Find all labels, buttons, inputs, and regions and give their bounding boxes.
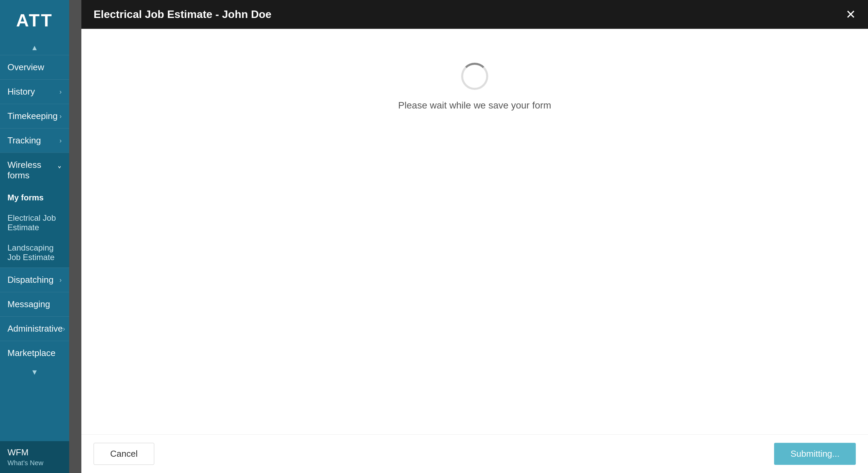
modal-footer: Cancel Submitting... [81,434,868,473]
sidebar: ATT ▲ Overview History › Timekeeping › T… [0,0,69,473]
chevron-right-icon: › [59,137,62,144]
sidebar-item-dispatching[interactable]: Dispatching › [0,268,69,292]
sidebar-item-history[interactable]: History › [0,79,69,104]
app-logo: ATT [0,0,69,41]
chevron-right-icon: › [59,88,62,96]
whats-new-label: What's New [7,459,62,467]
sidebar-item-label: History [7,86,35,97]
modal-header: Electrical Job Estimate - John Doe ✕ [81,0,868,29]
sidebar-item-messaging[interactable]: Messaging [0,292,69,316]
chevron-right-icon: › [59,112,62,120]
main-area: My forms - Showing the last 50 s Form: A… [69,0,868,473]
sidebar-subitem-label: Electrical Job Estimate [7,213,56,232]
sidebar-scroll-up[interactable]: ▲ [0,41,69,55]
chevron-down-icon: ▼ [31,368,38,377]
chevron-right-icon: › [63,325,65,333]
modal-dialog: Electrical Job Estimate - John Doe ✕ Ple… [81,0,868,473]
sidebar-bottom: WFM What's New [0,441,69,473]
sidebar-item-label: Administrative [7,323,63,334]
submit-button[interactable]: Submitting... [774,443,856,465]
sidebar-item-label: Dispatching [7,275,54,285]
chevron-up-icon: ▲ [31,43,38,52]
wfm-label: WFM [7,447,62,458]
sidebar-item-marketplace[interactable]: Marketplace [0,341,69,365]
sidebar-item-tracking[interactable]: Tracking › [0,128,69,153]
sidebar-item-label: Overview [7,62,44,73]
chevron-down-icon: ˅ [57,165,62,176]
loading-spinner [461,63,488,90]
sidebar-item-label: Tracking [7,135,41,146]
sidebar-subitem-my-forms[interactable]: My forms [0,188,69,208]
modal-body: Please wait while we save your form [81,29,868,434]
sidebar-item-label: Timekeeping [7,111,58,121]
sidebar-item-overview[interactable]: Overview [0,55,69,79]
modal-title: Electrical Job Estimate - John Doe [94,8,272,21]
sidebar-subitem-electrical-job-estimate[interactable]: Electrical Job Estimate [0,208,69,238]
modal-close-button[interactable]: ✕ [846,8,856,21]
sidebar-item-label: Wireless forms [7,160,57,181]
sidebar-scroll-down[interactable]: ▼ [0,365,69,379]
sidebar-item-timekeeping[interactable]: Timekeeping › [0,104,69,128]
cancel-button[interactable]: Cancel [94,443,154,465]
sidebar-item-label: Marketplace [7,348,56,358]
loading-message: Please wait while we save your form [398,100,551,111]
sidebar-subitem-label: My forms [7,193,44,202]
sidebar-item-wireless-forms[interactable]: Wireless forms ˅ [0,153,69,188]
modal-overlay: Electrical Job Estimate - John Doe ✕ Ple… [69,0,868,473]
sidebar-item-administrative[interactable]: Administrative › [0,316,69,341]
sidebar-subitem-landscaping-job-estimate[interactable]: Landscaping Job Estimate [0,238,69,268]
sidebar-subitem-label: Landscaping Job Estimate [7,243,55,262]
chevron-right-icon: › [59,276,62,284]
sidebar-item-label: Messaging [7,299,50,310]
